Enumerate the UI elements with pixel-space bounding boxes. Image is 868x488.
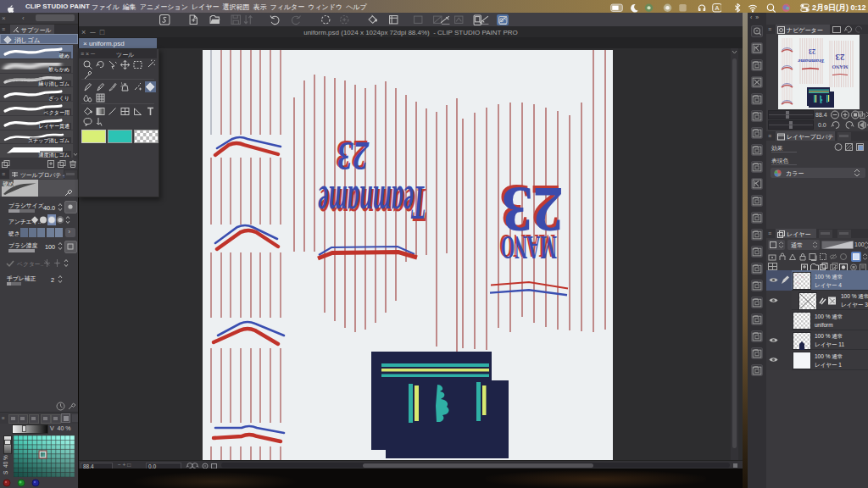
svg-text:Teamname: Teamname: [798, 58, 825, 64]
svg-text:MANO: MANO: [832, 64, 848, 69]
svg-text:A: A: [715, 3, 720, 11]
svg-text:23: 23: [337, 134, 370, 179]
svg-text:23: 23: [809, 47, 815, 55]
svg-text:Teamname: Teamname: [318, 176, 426, 229]
svg-text:MANO: MANO: [501, 229, 557, 268]
svg-text:23: 23: [835, 53, 845, 63]
